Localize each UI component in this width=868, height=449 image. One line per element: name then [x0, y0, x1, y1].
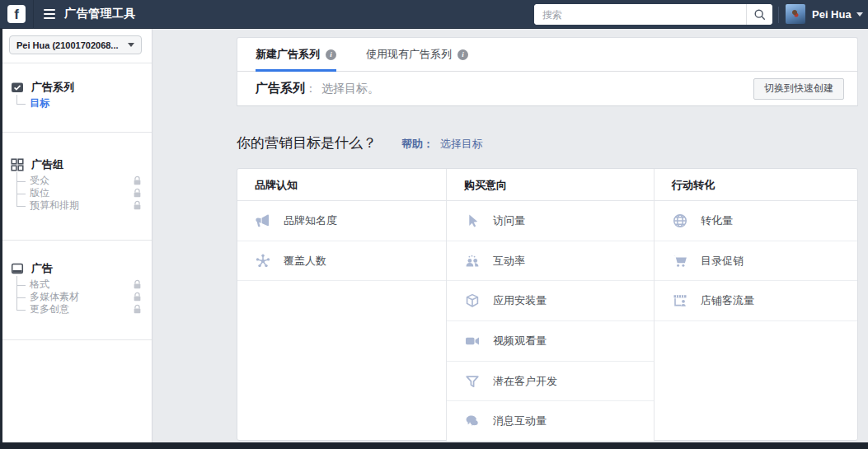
objective-label: 潜在客户开发: [493, 374, 557, 389]
search-button[interactable]: [746, 4, 772, 25]
user-menu[interactable]: Pei Hua: [786, 4, 863, 24]
bottom-bar: [0, 442, 868, 449]
objective-cell[interactable]: 品牌知名度: [237, 201, 446, 241]
question-row: 你的营销目标是什么？ 帮助： 选择目标: [237, 133, 868, 152]
sidebar-item-label: 受众: [30, 175, 49, 186]
video-icon: [464, 333, 493, 349]
reach-icon: [255, 253, 284, 269]
megaphone-icon: [255, 213, 284, 229]
lock-icon: [133, 200, 142, 211]
objective-label: 品牌知名度: [284, 213, 337, 228]
sidebar-section-header: 广告组: [11, 157, 152, 172]
lock-icon: [133, 304, 142, 315]
objectives-column-filler: [655, 321, 857, 442]
tab-use-existing-campaign[interactable]: 使用现有广告系列i: [366, 38, 468, 71]
sidebar-item-label: 格式: [30, 278, 49, 290]
app-install-icon: [464, 292, 493, 309]
help-label: 帮助：: [401, 138, 434, 150]
sidebar-section: 广告系列目标: [2, 63, 152, 132]
facebook-logo-icon[interactable]: f: [7, 5, 26, 23]
sidebar-section-label: 广告组: [31, 157, 63, 172]
info-icon[interactable]: i: [326, 49, 336, 60]
lock-icon: [133, 188, 142, 199]
info-icon[interactable]: i: [457, 49, 468, 60]
main-content: 新建广告系列i使用现有广告系列i 广告系列 ： 选择目标。 切换到快速创建 你的…: [152, 29, 868, 442]
sidebar-section: 广告格式多媒体素材更多创意: [2, 241, 152, 339]
engagement-icon: [464, 253, 493, 269]
objective-label: 转化量: [701, 213, 733, 228]
campaign-colon: ：: [305, 82, 317, 96]
objective-cell[interactable]: 消息互动量: [447, 401, 654, 442]
tab-row: 新建广告系列i使用现有广告系列i: [237, 38, 857, 72]
sidebar-item: 格式: [16, 278, 152, 291]
sidebar-section: 广告组受众版位预算和排期: [2, 133, 152, 240]
objectives-table: 品牌认知品牌知名度覆盖人数购买意向访问量互动率应用安装量视频观看量潜在客户开发消…: [237, 168, 858, 441]
cart-icon: [672, 253, 701, 269]
objective-label: 视频观看量: [493, 334, 547, 348]
sidebar-section-label: 广告: [31, 261, 53, 276]
left-edge-strip: [0, 29, 2, 442]
marketing-objective-question: 你的营销目标是什么？: [237, 133, 377, 152]
sidebar-item-label[interactable]: 目标: [30, 97, 49, 109]
sidebar-section-header: 广告系列: [11, 80, 152, 95]
account-selector[interactable]: Pei Hua (21001702068...: [9, 35, 142, 54]
sidebar-item: 预算和排期: [16, 199, 152, 212]
objective-label: 消息互动量: [493, 414, 547, 428]
objective-cell[interactable]: 应用安装量: [447, 281, 654, 321]
tab-new-campaign[interactable]: 新建广告系列i: [256, 38, 336, 71]
campaign-hint: 选择目标。: [321, 82, 379, 96]
sidebar-item-label: 多媒体素材: [30, 291, 79, 302]
adset-icon: [11, 158, 31, 171]
navbar-divider: [33, 0, 34, 29]
hamburger-menu-icon[interactable]: [44, 9, 55, 19]
objective-label: 访问量: [493, 213, 525, 228]
sidebar-section-header: 广告: [11, 261, 152, 276]
campaign-title: 广告系列: [256, 81, 305, 96]
sidebar-item[interactable]: 目标: [16, 97, 152, 110]
sidebar-section-label: 广告系列: [31, 80, 74, 95]
search-bar: [534, 4, 772, 25]
sidebar-item-label: 预算和排期: [30, 199, 79, 211]
objectives-column-header: 品牌认知: [237, 169, 446, 201]
objective-label: 应用安装量: [493, 293, 547, 308]
app-title: 广告管理工具: [64, 7, 136, 21]
campaign-icon: [11, 81, 31, 94]
switch-to-quick-create-button[interactable]: 切换到快速创建: [753, 78, 844, 100]
objective-cell[interactable]: 互动率: [447, 241, 654, 282]
help-group: 帮助： 选择目标: [401, 137, 483, 152]
sidebar-item-label: 版位: [30, 187, 49, 199]
campaign-header: 广告系列 ： 选择目标。 切换到快速创建: [237, 72, 857, 105]
funnel-icon: [464, 373, 493, 390]
objectives-column: 购买意向访问量互动率应用安装量视频观看量潜在客户开发消息互动量: [446, 169, 654, 442]
chevron-down-icon: [856, 12, 863, 16]
objective-cell[interactable]: 视频观看量: [447, 321, 654, 362]
objective-cell[interactable]: 潜在客户开发: [447, 362, 654, 402]
search-input[interactable]: [534, 4, 746, 25]
objective-cell[interactable]: 店铺客流量: [655, 281, 857, 321]
objective-label: 覆盖人数: [284, 254, 326, 269]
lock-icon: [133, 175, 142, 186]
sidebar: Pei Hua (21001702068... 广告系列目标广告组受众版位预算和…: [2, 29, 152, 442]
lock-icon: [133, 292, 142, 302]
tab-label: 使用现有广告系列: [366, 47, 452, 62]
sidebar-item: 受众: [16, 175, 152, 187]
objectives-column: 行动转化转化量目录促销店铺客流量: [654, 169, 857, 442]
sidebar-item-label: 更多创意: [30, 303, 69, 315]
account-selector-label: Pei Hua (21001702068...: [16, 40, 124, 50]
objective-cell[interactable]: 目录促销: [655, 241, 857, 282]
objective-cell[interactable]: 转化量: [655, 201, 857, 241]
objectives-column-filler: [237, 281, 446, 442]
objective-cell[interactable]: 访问量: [447, 201, 654, 241]
choose-objective-help-link[interactable]: 选择目标: [440, 138, 483, 150]
cursor-icon: [464, 213, 493, 229]
objective-label: 目录促销: [701, 254, 744, 269]
objective-label: 店铺客流量: [701, 293, 754, 308]
ad-icon: [11, 262, 31, 275]
sidebar-item: 多媒体素材: [16, 291, 152, 303]
avatar: [786, 4, 805, 24]
objective-cell[interactable]: 覆盖人数: [237, 241, 446, 282]
messages-icon: [464, 413, 493, 429]
chevron-down-icon: [128, 43, 134, 47]
search-icon: [753, 8, 767, 21]
navbar-user-divider: [778, 7, 779, 23]
